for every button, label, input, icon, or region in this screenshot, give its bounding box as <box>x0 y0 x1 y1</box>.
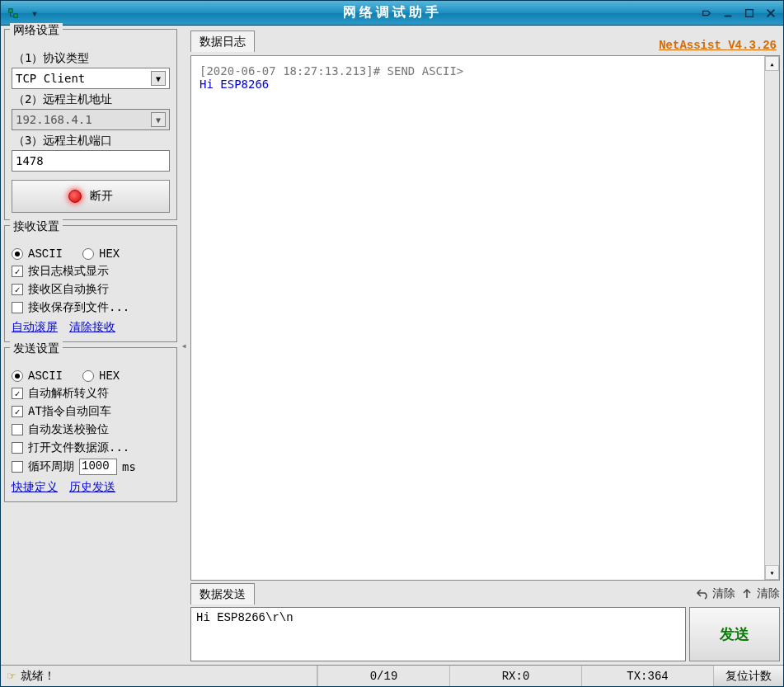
recv-hex-radio[interactable] <box>82 248 94 260</box>
send-atcr-checkbox[interactable] <box>12 406 23 417</box>
window-title: 网络调试助手 <box>1 4 783 21</box>
receive-settings-legend: 接收设置 <box>10 219 63 234</box>
status-bytes: 0/19 <box>317 666 449 686</box>
protocol-select[interactable]: TCP Client ▼ <box>12 68 170 89</box>
send-checksum-checkbox[interactable] <box>12 424 23 435</box>
send-atcr-label: AT指令自动回车 <box>28 404 111 419</box>
content-pane: 数据日志 NetAssist V4.3.26 [2020-06-07 18:27… <box>190 29 780 661</box>
sidebar: 网络设置 （1）协议类型 TCP Client ▼ （2）远程主机地址 192.… <box>4 29 177 661</box>
app-window: ▾ 网络调试助手 网络设置 （1）协议类型 <box>0 0 784 687</box>
send-openfile-checkbox[interactable] <box>12 442 23 454</box>
auto-scroll-link[interactable]: 自动滚屏 <box>12 320 58 335</box>
send-input[interactable]: Hi ESP8266\r\n <box>190 607 686 661</box>
remote-host-value: 192.168.4.1 <box>16 113 92 126</box>
recv-logmode-label: 按日志模式显示 <box>28 264 109 279</box>
log-body-line: Hi ESP8266 <box>200 78 759 91</box>
remote-host-label: （2）远程主机地址 <box>13 92 170 107</box>
log-tab[interactable]: 数据日志 <box>190 31 255 52</box>
send-tab[interactable]: 数据发送 <box>190 583 255 605</box>
send-checksum-label: 自动发送校验位 <box>28 422 109 437</box>
statusbar: ☞ 就绪！ 0/19 RX:0 TX:364 复位计数 <box>1 665 783 686</box>
svg-rect-5 <box>746 9 753 16</box>
send-hex-label: HEX <box>99 369 120 383</box>
recv-save-checkbox[interactable] <box>12 302 23 313</box>
send-hex-radio[interactable] <box>82 370 94 382</box>
recv-logmode-checkbox[interactable] <box>12 266 23 277</box>
send-cycle-unit: ms <box>122 460 136 473</box>
send-ascii-radio[interactable] <box>12 370 23 382</box>
status-rx: RX:0 <box>449 666 581 686</box>
disconnect-button[interactable]: 断开 <box>12 180 170 213</box>
log-header: 数据日志 NetAssist V4.3.26 <box>190 29 780 52</box>
recv-wrap-label: 接收区自动换行 <box>28 282 109 297</box>
send-settings-legend: 发送设置 <box>10 341 63 356</box>
clear-right-button[interactable]: 清除 <box>740 586 780 601</box>
splitter-handle[interactable]: ◂ <box>181 29 187 661</box>
clear-recv-link[interactable]: 清除接收 <box>69 320 115 335</box>
recv-ascii-label: ASCII <box>28 247 63 261</box>
app-icon <box>4 5 22 21</box>
send-ascii-label: ASCII <box>28 369 63 383</box>
receive-settings-group: 接收设置 ASCII HEX 按日志模式显示 接收区自动换行 接收保存到文件..… <box>4 225 177 342</box>
network-settings-legend: 网络设置 <box>10 23 63 38</box>
send-escape-checkbox[interactable] <box>12 388 23 399</box>
quick-define-link[interactable]: 快捷定义 <box>12 480 58 495</box>
version-link[interactable]: NetAssist V4.3.26 <box>659 39 780 52</box>
remote-port-label: （3）远程主机端口 <box>13 134 170 148</box>
scrollbar[interactable]: ▴ ▾ <box>764 56 779 580</box>
protocol-value: TCP Client <box>16 72 85 85</box>
disconnect-label: 断开 <box>90 189 113 204</box>
remote-host-select[interactable]: 192.168.4.1 ▼ <box>12 109 170 130</box>
send-cycle-label: 循环周期 <box>28 459 74 474</box>
close-icon[interactable] <box>762 5 780 21</box>
dropdown-icon[interactable]: ▾ <box>26 5 44 21</box>
network-settings-group: 网络设置 （1）协议类型 TCP Client ▼ （2）远程主机地址 192.… <box>4 29 177 220</box>
scroll-up-icon[interactable]: ▴ <box>765 56 779 71</box>
send-cycle-input[interactable]: 1000 <box>79 459 117 475</box>
protocol-label: （1）协议类型 <box>13 51 170 66</box>
send-button[interactable]: 发送 <box>689 607 780 661</box>
log-area[interactable]: [2020-06-07 18:27:13.213]# SEND ASCII> H… <box>190 55 780 581</box>
remote-port-value: 1478 <box>16 154 44 167</box>
send-cycle-checkbox[interactable] <box>12 461 23 473</box>
clear-right-label: 清除 <box>757 586 780 601</box>
clear-left-button[interactable]: 清除 <box>696 586 735 601</box>
history-send-link[interactable]: 历史发送 <box>69 480 115 495</box>
send-openfile-label: 打开文件数据源... <box>28 440 129 455</box>
send-settings-group: 发送设置 ASCII HEX 自动解析转义符 AT指令自动回车 自动发送校验位 … <box>4 347 177 502</box>
recv-save-label: 接收保存到文件... <box>28 300 129 315</box>
up-icon <box>740 587 753 600</box>
status-tx: TX:364 <box>581 666 713 686</box>
pin-icon[interactable] <box>697 5 716 21</box>
minimize-icon[interactable] <box>719 5 737 21</box>
recv-ascii-radio[interactable] <box>12 248 23 260</box>
pointer-icon: ☞ <box>7 668 16 684</box>
log-meta-line: [2020-06-07 18:27:13.213]# SEND ASCII> <box>200 64 759 78</box>
recording-dot-icon <box>68 190 82 203</box>
send-header: 数据发送 清除 清除 <box>190 584 780 604</box>
status-ready: 就绪！ <box>21 669 55 684</box>
clear-left-label: 清除 <box>712 586 735 601</box>
titlebar: ▾ 网络调试助手 <box>1 1 783 26</box>
svg-rect-1 <box>14 13 17 16</box>
chevron-down-icon: ▼ <box>151 112 166 127</box>
reset-counter-button[interactable]: 复位计数 <box>713 666 783 686</box>
recv-hex-label: HEX <box>99 247 120 261</box>
chevron-down-icon: ▼ <box>151 71 166 86</box>
maximize-icon[interactable] <box>740 5 758 21</box>
scroll-down-icon[interactable]: ▾ <box>765 565 779 580</box>
recv-wrap-checkbox[interactable] <box>12 284 23 295</box>
svg-rect-0 <box>9 8 12 12</box>
send-escape-label: 自动解析转义符 <box>28 386 109 401</box>
remote-port-input[interactable]: 1478 <box>12 150 170 172</box>
undo-icon <box>696 587 709 600</box>
